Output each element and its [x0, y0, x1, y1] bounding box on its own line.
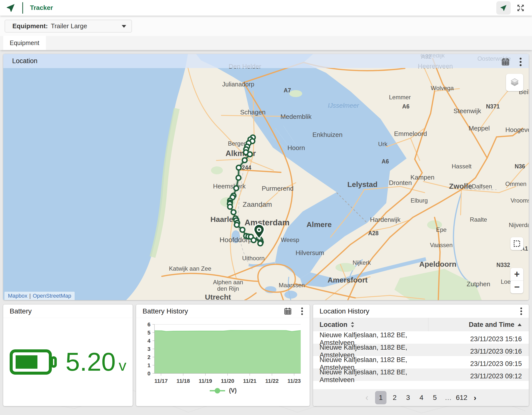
location-cell: Nieuwe Kalfjeslaan, 1182 BE, Amstelveen	[313, 368, 428, 384]
map-place-label: Almere	[306, 220, 332, 229]
calendar-icon	[501, 57, 510, 66]
map-area-select-button[interactable]	[510, 237, 523, 250]
panel-title: Battery History	[143, 307, 188, 315]
route-marker[interactable]	[258, 241, 263, 246]
location-history-panel: Location History Location	[313, 305, 529, 406]
table-row[interactable]: Nieuwe Kalfjeslaan, 1182 BE, Amstelveen …	[313, 331, 529, 344]
map-place-label: N36	[515, 163, 525, 170]
kebab-icon	[520, 307, 522, 315]
map-place-label: Ommen	[505, 181, 526, 187]
map-place-label: Zaandam	[243, 201, 272, 208]
column-header-datetime[interactable]: Date and Time	[428, 318, 529, 331]
route-marker[interactable]	[240, 228, 245, 232]
svg-text:11/17: 11/17	[154, 378, 168, 384]
fullscreen-button[interactable]	[515, 2, 527, 14]
pagination-page-1[interactable]: 1	[375, 391, 386, 404]
map-place-label: Medemblik	[280, 113, 312, 120]
map-place-label: Zutphen	[467, 280, 490, 288]
map-place-label: Nijkerk	[353, 259, 371, 266]
map-place-label: IJsselmeer	[328, 102, 359, 109]
equipment-select[interactable]: Equipment: Trailer Large	[5, 20, 132, 32]
chart-legend[interactable]: (V)	[142, 387, 304, 394]
panel-title: Location	[12, 57, 37, 65]
kebab-menu-button[interactable]	[520, 307, 522, 315]
map-place-label: N371	[486, 103, 500, 110]
dashboard: Den HelderJulianadorpSchagenMedemblikEnk…	[0, 50, 532, 406]
sort-both-icon	[351, 322, 355, 328]
map-layers-button[interactable]	[506, 74, 523, 91]
location-map-panel: Den HelderJulianadorpSchagenMedemblikEnk…	[3, 54, 529, 300]
column-label: Location	[320, 321, 348, 329]
pagination-page-612[interactable]: 612	[455, 391, 468, 404]
battery-history-panel: Battery History	[136, 305, 310, 406]
battery-icon	[9, 348, 59, 376]
pagination-page-3[interactable]: 3	[401, 391, 415, 404]
battery-voltage-unit: V	[119, 357, 126, 374]
date-range-button[interactable]	[284, 307, 292, 315]
map-place-label: Vaassen	[430, 242, 453, 248]
map-place-label: A7	[284, 87, 291, 94]
legend-label: (V)	[229, 387, 237, 394]
table-row[interactable]: Nieuwe Kalfjeslaan, 1182 BE, Amstelveen …	[313, 368, 529, 381]
svg-text:11/19: 11/19	[199, 378, 212, 384]
pagination-page-5[interactable]: 5	[428, 391, 442, 404]
svg-text:5: 5	[148, 330, 150, 336]
map-place-label: Lemmer	[389, 94, 411, 101]
route-marker[interactable]	[235, 223, 239, 227]
svg-text:11/20: 11/20	[221, 378, 234, 384]
locate-tracker-button[interactable]	[496, 1, 511, 15]
kebab-icon	[301, 307, 303, 315]
tab-bar: Equipment	[0, 36, 532, 50]
map-place-label: Dronten	[389, 179, 412, 186]
map-place-label: Epe	[436, 226, 447, 233]
date-range-button[interactable]	[501, 57, 510, 66]
map-place-label: Dalfsen	[472, 183, 492, 190]
layers-icon	[509, 77, 520, 88]
svg-text:3: 3	[148, 346, 150, 352]
mapbox-link[interactable]: Mapbox	[8, 293, 27, 299]
map-attribution: Mapbox|OpenStreetMap	[4, 292, 75, 300]
map-place-label: Amsterdam	[244, 218, 290, 227]
table-header-row: Location Date and Time	[313, 318, 529, 331]
zoom-out-button[interactable]: −	[510, 281, 523, 293]
map-canvas[interactable]: Den HelderJulianadorpSchagenMedemblikEnk…	[3, 54, 529, 300]
pagination-next[interactable]: ›	[468, 391, 482, 404]
map-place-label: Vroomshoop	[510, 197, 529, 204]
openstreetmap-link[interactable]: OpenStreetMap	[33, 293, 71, 299]
route-marker[interactable]	[228, 205, 233, 209]
map-place-label: Amersfoort	[327, 276, 368, 284]
table-row[interactable]: Nieuwe Kalfjeslaan, 1182 BE, Amstelveen …	[313, 344, 529, 356]
tab-equipment[interactable]: Equipment	[3, 36, 46, 50]
pagination-page-…[interactable]: …	[442, 391, 455, 404]
pagination-page-2[interactable]: 2	[388, 391, 401, 404]
equipment-select-label: Equipment:	[12, 22, 48, 30]
route-marker[interactable]	[234, 186, 239, 191]
route-marker[interactable]	[242, 158, 247, 163]
map-place-label: Emmeloord	[394, 130, 427, 137]
map-place-label: Katwijk aan Zee	[169, 265, 211, 272]
map-place-label: Elburg	[411, 197, 428, 204]
table-row[interactable]: Nieuwe Kalfjeslaan, 1182 BE, Amstelveen …	[313, 356, 529, 368]
table-body: Nieuwe Kalfjeslaan, 1182 BE, Amstelveen …	[313, 331, 529, 381]
route-marker[interactable]	[251, 238, 256, 243]
filter-row: Equipment: Trailer Large	[0, 16, 532, 36]
map-place-label: Maarssen	[279, 282, 305, 288]
kebab-menu-button[interactable]	[519, 57, 522, 66]
svg-text:2: 2	[148, 354, 150, 360]
route-marker[interactable]	[231, 210, 236, 215]
svg-text:11/21: 11/21	[243, 378, 257, 384]
map-place-label: Enkhuizen	[312, 131, 342, 138]
svg-text:0: 0	[148, 370, 150, 377]
pagination-page-4[interactable]: 4	[415, 391, 428, 404]
pagination-prev[interactable]: ‹	[360, 391, 374, 404]
svg-text:11/23: 11/23	[288, 378, 301, 384]
kebab-menu-button[interactable]	[301, 307, 303, 315]
map-place-label: Harderwijk	[370, 216, 401, 223]
route-marker[interactable]	[236, 165, 241, 170]
route-marker[interactable]	[236, 176, 241, 180]
brand-divider	[22, 2, 23, 14]
zoom-in-button[interactable]: +	[510, 268, 523, 281]
column-header-location[interactable]: Location	[313, 318, 428, 331]
map-place-label: Apeldoorn	[419, 260, 456, 268]
route-marker[interactable]	[248, 152, 252, 157]
